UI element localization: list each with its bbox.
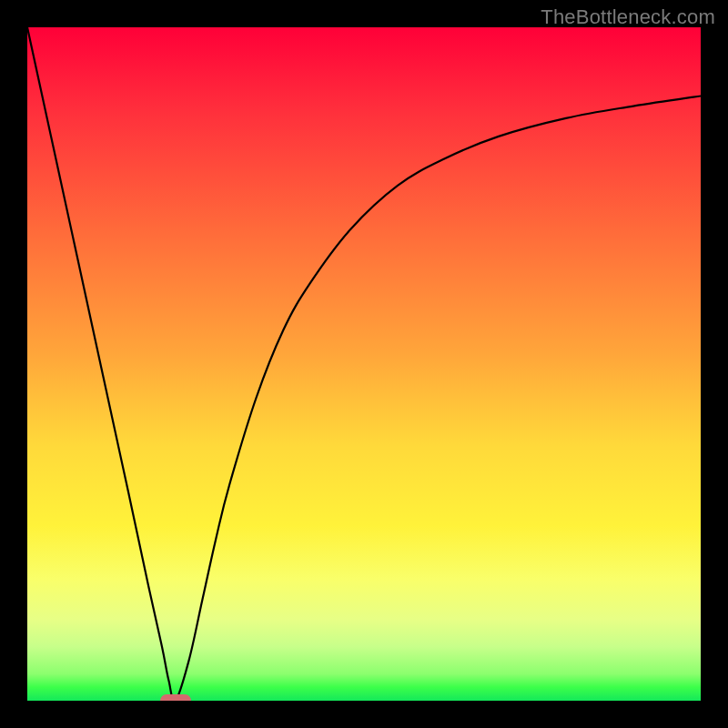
min-marker: [160, 694, 191, 701]
curve-path: [27, 27, 701, 701]
chart-gradient-area: [27, 27, 701, 701]
bottleneck-curve: [27, 27, 701, 701]
chart-frame: [0, 0, 728, 728]
watermark-text: TheBottleneck.com: [541, 5, 715, 29]
